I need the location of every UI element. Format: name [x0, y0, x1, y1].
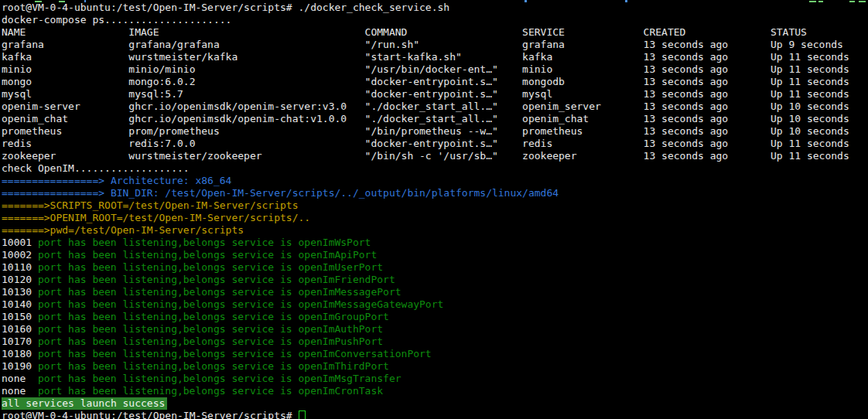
container-created: 13 seconds ago	[644, 51, 771, 63]
container-status: Up 11 seconds	[771, 51, 849, 63]
port-number: 10002	[2, 249, 38, 261]
container-created: 13 seconds ago	[644, 100, 771, 113]
container-service: openim_server	[522, 100, 644, 113]
compose-ps-line: docker-compose ps.....................	[2, 14, 868, 26]
port-message: port has been listening,belongs service …	[38, 348, 432, 359]
container-status: Up 11 seconds	[771, 76, 849, 88]
container-created: 13 seconds ago	[644, 88, 771, 100]
container-command: "/bin/prometheus --w…"	[365, 125, 522, 138]
container-image: ghcr.io/openimsdk/openim-chat:v1.0.0	[128, 113, 364, 125]
port-number: 10130	[2, 286, 38, 298]
port-number: none	[2, 373, 38, 385]
container-name: openim_chat	[2, 113, 128, 125]
container-status: Up 11 seconds	[771, 150, 849, 162]
pwd-line: =======>pwd=/test/Open-IM-Server/scripts	[2, 224, 868, 237]
container-service: mysql	[522, 88, 644, 100]
container-command: "docker-entrypoint.s…"	[365, 138, 522, 150]
table-row: grafanagrafana/grafana"/run.sh"grafana13…	[2, 39, 868, 51]
port-status-line: 10120port has been listening,belongs ser…	[2, 274, 868, 286]
table-row: kafkawurstmeister/kafka"start-kafka.sh"k…	[2, 51, 868, 63]
container-name: grafana	[2, 39, 128, 51]
container-command: "start-kafka.sh"	[365, 51, 522, 63]
table-row: mysqlmysql:5.7"docker-entrypoint.s…"mysq…	[2, 88, 868, 100]
container-command: "/bin/sh -c '/usr/sb…"	[365, 150, 522, 162]
container-service: kafka	[522, 51, 644, 63]
container-name: prometheus	[2, 125, 128, 138]
container-command: "docker-entrypoint.s…"	[365, 88, 522, 100]
port-number: 10120	[2, 274, 38, 286]
table-row: openim_chatghcr.io/openimsdk/openim-chat…	[2, 113, 868, 125]
success-line: all services launch success	[2, 397, 868, 410]
container-command: "./docker_start_all.…"	[365, 100, 522, 113]
port-status-line: 10170port has been listening,belongs ser…	[2, 336, 868, 348]
container-status: Up 10 seconds	[771, 125, 849, 138]
shell-command-line: root@VM-0-4-ubuntu:/test/Open-IM-Server/…	[2, 2, 868, 14]
port-status-line: 10001port has been listening,belongs ser…	[2, 237, 868, 249]
text-fragment	[849, 1, 855, 2]
column-header-command: COMMAND	[365, 26, 522, 39]
shell-prompt-line: root@VM-0-4-ubuntu:/test/Open-IM-Server/…	[2, 410, 868, 419]
container-image: ghcr.io/openimsdk/openim-server:v3.0	[128, 100, 364, 113]
container-command: "/usr/bin/docker-ent…"	[365, 63, 522, 76]
port-number: 10180	[2, 348, 38, 360]
port-message: port has been listening,belongs service …	[38, 249, 377, 261]
container-name: openim-server	[2, 100, 128, 113]
container-created: 13 seconds ago	[644, 76, 771, 88]
container-status: Up 10 seconds	[771, 113, 849, 125]
container-status: Up 11 seconds	[771, 88, 849, 100]
container-image: grafana/grafana	[128, 39, 364, 51]
text-fragment	[625, 0, 627, 2]
port-number: 10170	[2, 336, 38, 348]
text-fragment	[818, 1, 823, 2]
executed-command: ./docker_check_service.sh	[299, 2, 450, 13]
container-name: mongo	[2, 76, 128, 88]
port-status-line: 10190port has been listening,belongs ser…	[2, 360, 868, 373]
container-image: prom/prometheus	[128, 125, 364, 138]
container-name: mysql	[2, 88, 128, 100]
terminal-window[interactable]: root@VM-0-4-ubuntu:/test/Open-IM-Server/…	[0, 0, 868, 419]
port-number: 10150	[2, 311, 38, 323]
port-status-line: 10130port has been listening,belongs ser…	[2, 286, 868, 298]
text-fragment	[59, 1, 65, 2]
table-row: zookeeperwurstmeister/zookeeper"/bin/sh …	[2, 150, 868, 162]
column-header-name: NAME	[2, 26, 128, 39]
architecture-line: ================> Architecture: x86_64	[2, 175, 868, 187]
text-fragment	[525, 0, 527, 2]
port-message: port has been listening,belongs service …	[38, 298, 443, 310]
port-message: port has been listening,belongs service …	[38, 385, 383, 397]
container-image: wurstmeister/zookeeper	[128, 150, 364, 162]
shell-prompt: root@VM-0-4-ubuntu:/test/Open-IM-Server/…	[2, 2, 292, 13]
table-row: prometheusprom/prometheus"/bin/prometheu…	[2, 125, 868, 138]
container-command: "docker-entrypoint.s…"	[365, 76, 522, 88]
table-row: mongomongo:6.0.2"docker-entrypoint.s…"mo…	[2, 76, 868, 88]
column-header-image: IMAGE	[128, 26, 364, 39]
bindir-line: ================> BIN_DIR: /test/Open-IM…	[2, 187, 868, 199]
port-number: 10001	[2, 237, 38, 249]
port-status-line: noneport has been listening,belongs serv…	[2, 385, 868, 397]
container-created: 13 seconds ago	[644, 150, 771, 162]
port-message: port has been listening,belongs service …	[38, 373, 402, 384]
openim-root-line: =======>OPENIM_ROOT=/test/Open-IM-Server…	[2, 212, 868, 224]
container-service: openim_chat	[522, 113, 644, 125]
port-number: 10140	[2, 298, 38, 311]
container-name: redis	[2, 138, 128, 150]
container-service: zookeeper	[522, 150, 644, 162]
container-name: minio	[2, 63, 128, 76]
container-status: Up 11 seconds	[771, 138, 849, 150]
container-name: kafka	[2, 51, 128, 63]
table-header-row: NAMEIMAGECOMMANDSERVICECREATEDSTATUS	[2, 26, 868, 39]
column-header-created: CREATED	[644, 26, 771, 39]
container-service: grafana	[522, 39, 644, 51]
container-table-rows: grafanagrafana/grafana"/run.sh"grafana13…	[2, 39, 868, 162]
port-status-line: 10180port has been listening,belongs ser…	[2, 348, 868, 360]
port-number: 10190	[2, 360, 38, 373]
scripts-root-line: =======>SCRIPTS_ROOT=/test/Open-IM-Serve…	[2, 199, 868, 212]
port-message: port has been listening,belongs service …	[38, 286, 402, 298]
port-status-lines: 10001port has been listening,belongs ser…	[2, 237, 868, 397]
column-header-service: SERVICE	[522, 26, 644, 39]
terminal-cursor	[299, 410, 306, 419]
port-message: port has been listening,belongs service …	[38, 323, 383, 335]
container-service: redis	[522, 138, 644, 150]
port-message: port has been listening,belongs service …	[38, 237, 371, 248]
table-row: openim-serverghcr.io/openimsdk/openim-se…	[2, 100, 868, 113]
